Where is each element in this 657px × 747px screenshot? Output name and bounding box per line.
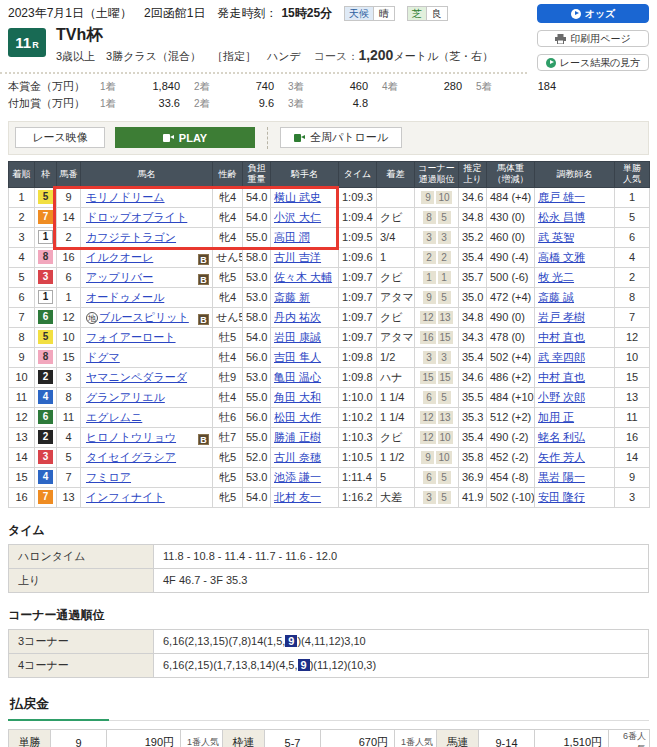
jockey-link[interactable]: 岩田 康誠 xyxy=(274,331,321,343)
jockey-link[interactable]: 丹内 祐次 xyxy=(274,311,321,323)
frame-cell: 6 xyxy=(35,307,57,327)
added-prize-row: 付加賞（万円） 1着33.62着9.63着4.8 xyxy=(8,96,649,111)
last3f-cell: 41.9 xyxy=(459,487,487,507)
table-row: 8510フォイアーロート牡554.0岩田 康誠1:09.7アタマ161534.3… xyxy=(9,327,650,347)
horse-name-link[interactable]: モリノドリーム xyxy=(86,191,165,203)
jockey-link[interactable]: 池添 謙一 xyxy=(274,471,321,483)
race-class-text: 3歳以上 3勝クラス（混合） ［指定］ ハンデ xyxy=(56,50,301,62)
jockey-link[interactable]: 斎藤 新 xyxy=(274,291,310,303)
jockey-link[interactable]: 高田 潤 xyxy=(274,231,310,243)
race-title: TVh杯 xyxy=(56,26,493,44)
horse-name-cell: Bイルクオーレ xyxy=(81,247,213,267)
horse-name-link[interactable]: フォイアーロート xyxy=(86,331,176,343)
column-header: 着差 xyxy=(377,161,415,187)
horse-name-link[interactable]: ブルースピリット xyxy=(99,311,189,323)
jockey-link[interactable]: 角田 大和 xyxy=(274,391,321,403)
corner-pos-badge: 5 xyxy=(438,291,451,304)
patrol-video-button[interactable]: 全周パトロール xyxy=(280,127,402,148)
play-button[interactable]: PLAY xyxy=(115,127,255,148)
turf-value: 良 xyxy=(427,7,447,20)
jockey-link[interactable]: 吉田 隼人 xyxy=(274,351,321,363)
jockey-cell: 古川 吉洋 xyxy=(271,247,339,267)
jockey-link[interactable]: 亀田 温心 xyxy=(274,371,321,383)
trainer-link[interactable]: 安田 隆行 xyxy=(538,491,585,503)
margin-cell: 1 1/2 xyxy=(377,447,415,467)
print-button[interactable]: 印刷用ページ xyxy=(537,30,649,47)
horse-name-link[interactable]: フミロア xyxy=(86,471,131,483)
trainer-link[interactable]: 武 幸四郎 xyxy=(538,351,585,363)
popularity-cell: 9 xyxy=(615,467,650,487)
prize-rank-label: 1着 xyxy=(100,97,128,111)
horse-name-link[interactable]: エグレムニ xyxy=(86,411,142,423)
payout-combination: 5-7 xyxy=(265,729,321,747)
trainer-link[interactable]: 加用 正 xyxy=(538,411,574,423)
jockey-link[interactable]: 横山 武史 xyxy=(274,191,321,203)
trainer-link[interactable]: 中村 直也 xyxy=(538,371,585,383)
horse-name-link[interactable]: インフィナイト xyxy=(86,491,165,503)
margin-cell: 1/2 xyxy=(377,347,415,367)
horse-name-link[interactable]: カフジテトラゴン xyxy=(86,231,176,243)
time-cell: 1:10.3 xyxy=(339,427,377,447)
time-cell: 1:09.8 xyxy=(339,347,377,367)
jockey-link[interactable]: 勝浦 正樹 xyxy=(274,431,321,443)
trainer-link[interactable]: 蛯名 利弘 xyxy=(538,431,585,443)
jockey-link[interactable]: 北村 友一 xyxy=(274,491,321,503)
results-table: 着順枠馬番馬名性齢負担 重量騎手名タイム着差コーナー 通過順位推定 上り馬体重 … xyxy=(8,161,650,508)
jockey-link[interactable]: 松田 大作 xyxy=(274,411,321,423)
weight-cell: 54.0 xyxy=(243,327,271,347)
prize-amount: 280 xyxy=(410,80,462,92)
corner-cell: 910 xyxy=(415,187,459,207)
popularity-cell: 3 xyxy=(615,487,650,507)
trainer-link[interactable]: 斎藤 誠 xyxy=(538,291,574,303)
time-cell: 1:09.4 xyxy=(339,207,377,227)
jockey-link[interactable]: 佐々木 大輔 xyxy=(274,271,332,283)
trainer-link[interactable]: 岩戸 孝樹 xyxy=(538,311,585,323)
horse-name-link[interactable]: ドロップオブライト xyxy=(86,211,187,223)
trainer-link[interactable]: 武 英智 xyxy=(538,231,574,243)
trainer-link[interactable]: 松永 昌博 xyxy=(538,211,585,223)
horse-name-link[interactable]: アップリバー xyxy=(86,271,153,283)
race-video-button[interactable]: レース映像 xyxy=(15,127,105,148)
frame-cell: 3 xyxy=(35,267,57,287)
horse-name-link[interactable]: タイセイグラシア xyxy=(86,451,176,463)
prize-rank-label: 4着 xyxy=(382,80,410,94)
frame-badge: 5 xyxy=(38,330,53,344)
trainer-link[interactable]: 鹿戸 雄一 xyxy=(538,191,585,203)
corner-pos-badge: 5 xyxy=(438,491,451,504)
frame-badge: 8 xyxy=(38,250,53,264)
horse-name-link[interactable]: ヤマニンペダラーダ xyxy=(86,371,187,383)
corner-cell: 22 xyxy=(415,247,459,267)
jockey-link[interactable]: 古川 吉洋 xyxy=(274,251,321,263)
prize-rank-label: 3着 xyxy=(288,80,316,94)
guide-button[interactable]: レース結果の見方 xyxy=(537,54,649,71)
prize-rank-label: 2着 xyxy=(194,80,222,94)
trainer-link[interactable]: 牧 光二 xyxy=(538,271,574,283)
horse-name-link[interactable]: オードゥメール xyxy=(86,291,164,303)
laptime-table: ハロンタイム 11.8 - 10.8 - 11.4 - 11.7 - 11.6 … xyxy=(8,544,649,593)
horse-name-link[interactable]: ドグマ xyxy=(86,351,120,363)
jockey-link[interactable]: 古川 奈穂 xyxy=(274,451,321,463)
corner-pos-badge: 13 xyxy=(438,411,453,424)
trainer-link[interactable]: 黒岩 陽一 xyxy=(538,471,585,483)
trainer-cell: 岩戸 孝樹 xyxy=(535,307,615,327)
last3f-cell: 35.5 xyxy=(459,387,487,407)
frame-cell: 2 xyxy=(35,367,57,387)
sex-age-cell: 牡5 xyxy=(213,327,243,347)
trainer-link[interactable]: 小野 次郎 xyxy=(538,391,585,403)
odds-button[interactable]: オッズ xyxy=(537,4,649,23)
jockey-link[interactable]: 小沢 大仁 xyxy=(274,211,321,223)
bet-type-label: 枠連 xyxy=(223,729,265,747)
corner-pos-badge: 10 xyxy=(436,191,451,204)
body-weight-cell: 490 (0) xyxy=(487,307,535,327)
trainer-link[interactable]: 高橋 文雅 xyxy=(538,251,585,263)
corner-pos-badge: 2 xyxy=(438,251,451,264)
corner-cell: 65 xyxy=(415,467,459,487)
horse-name-link[interactable]: イルクオーレ xyxy=(86,251,153,263)
corner-pos-badge: 9 xyxy=(421,451,434,464)
frame-badge: 1 xyxy=(38,290,53,304)
trainer-link[interactable]: 中村 直也 xyxy=(538,331,585,343)
horse-name-link[interactable]: ヒロノトウリョウ xyxy=(86,431,176,443)
course-detail: メートル（芝・右） xyxy=(393,50,493,62)
horse-name-link[interactable]: グランアリエル xyxy=(86,391,165,403)
trainer-link[interactable]: 矢作 芳人 xyxy=(538,451,585,463)
